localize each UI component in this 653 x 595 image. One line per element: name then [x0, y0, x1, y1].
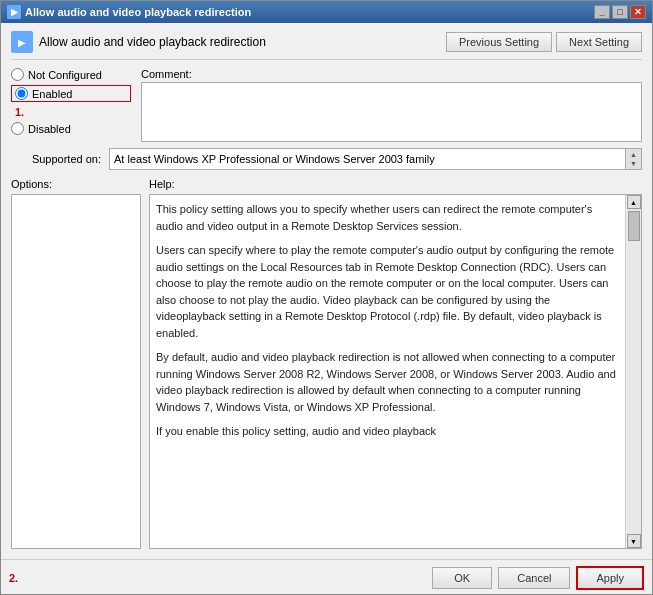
cancel-button[interactable]: Cancel: [498, 567, 570, 589]
options-label: Options:: [11, 178, 141, 190]
supported-row: Supported on: At least Windows XP Profes…: [11, 148, 642, 170]
main-body: Not Configured Enabled 1. Disabled Comme…: [11, 68, 642, 549]
radio-comment-row: Not Configured Enabled 1. Disabled Comme…: [11, 68, 642, 142]
radio-column: Not Configured Enabled 1. Disabled: [11, 68, 131, 142]
help-para-3: By default, audio and video playback red…: [156, 349, 619, 415]
scroll-down-arrow: ▼: [630, 160, 637, 167]
disabled-radio-label[interactable]: Disabled: [11, 122, 131, 135]
enabled-radio[interactable]: [15, 87, 28, 100]
main-window: ▶ Allow audio and video playback redirec…: [0, 0, 653, 595]
not-configured-label: Not Configured: [28, 69, 102, 81]
maximize-button[interactable]: □: [612, 5, 628, 19]
help-scrollbar[interactable]: ▲ ▼: [625, 195, 641, 548]
supported-scrollbar: ▲ ▼: [626, 148, 642, 170]
window-icon: ▶: [7, 5, 21, 19]
help-label: Help:: [149, 178, 642, 190]
help-text: This policy setting allows you to specif…: [150, 195, 625, 548]
help-content-wrapper: This policy setting allows you to specif…: [149, 194, 642, 549]
help-scroll-track: [627, 209, 641, 534]
header-left: ▶ Allow audio and video playback redirec…: [11, 31, 266, 53]
annotation-2: 2.: [9, 572, 18, 584]
title-controls: _ □ ✕: [594, 5, 646, 19]
footer: 2. OK Cancel Apply: [1, 559, 652, 594]
disabled-label: Disabled: [28, 123, 71, 135]
help-scroll-up[interactable]: ▲: [627, 195, 641, 209]
disabled-radio[interactable]: [11, 122, 24, 135]
not-configured-radio-label[interactable]: Not Configured: [11, 68, 131, 81]
help-para-2: Users can specify where to play the remo…: [156, 242, 619, 341]
header-buttons: Previous Setting Next Setting: [446, 32, 642, 52]
options-section: Options:: [11, 178, 141, 549]
window-title: Allow audio and video playback redirecti…: [25, 6, 251, 18]
help-para-4: If you enable this policy setting, audio…: [156, 423, 619, 440]
header-icon: ▶: [11, 31, 33, 53]
ok-button[interactable]: OK: [432, 567, 492, 589]
supported-label: Supported on:: [11, 153, 101, 165]
title-bar: ▶ Allow audio and video playback redirec…: [1, 1, 652, 23]
supported-value: At least Windows XP Professional or Wind…: [109, 148, 626, 170]
help-para-1: This policy setting allows you to specif…: [156, 201, 619, 234]
help-scroll-thumb[interactable]: [628, 211, 640, 241]
not-configured-radio[interactable]: [11, 68, 24, 81]
enabled-label: Enabled: [32, 88, 72, 100]
annotation-1: 1.: [15, 106, 131, 118]
supported-container: At least Windows XP Professional or Wind…: [109, 148, 642, 170]
close-button[interactable]: ✕: [630, 5, 646, 19]
help-scroll-down[interactable]: ▼: [627, 534, 641, 548]
next-setting-button[interactable]: Next Setting: [556, 32, 642, 52]
comment-section: Comment:: [141, 68, 642, 142]
minimize-button[interactable]: _: [594, 5, 610, 19]
comment-label: Comment:: [141, 68, 642, 80]
help-section: Help: This policy setting allows you to …: [149, 178, 642, 549]
enabled-radio-label[interactable]: Enabled: [11, 85, 131, 102]
apply-button[interactable]: Apply: [576, 566, 644, 590]
title-bar-left: ▶ Allow audio and video playback redirec…: [7, 5, 251, 19]
comment-input[interactable]: [141, 82, 642, 142]
options-help-row: Options: Help: This policy setting allow…: [11, 178, 642, 549]
header-section: ▶ Allow audio and video playback redirec…: [11, 31, 642, 60]
previous-setting-button[interactable]: Previous Setting: [446, 32, 552, 52]
scroll-up-arrow: ▲: [630, 151, 637, 158]
header-title: Allow audio and video playback redirecti…: [39, 35, 266, 49]
options-box: [11, 194, 141, 549]
content-area: ▶ Allow audio and video playback redirec…: [1, 23, 652, 555]
